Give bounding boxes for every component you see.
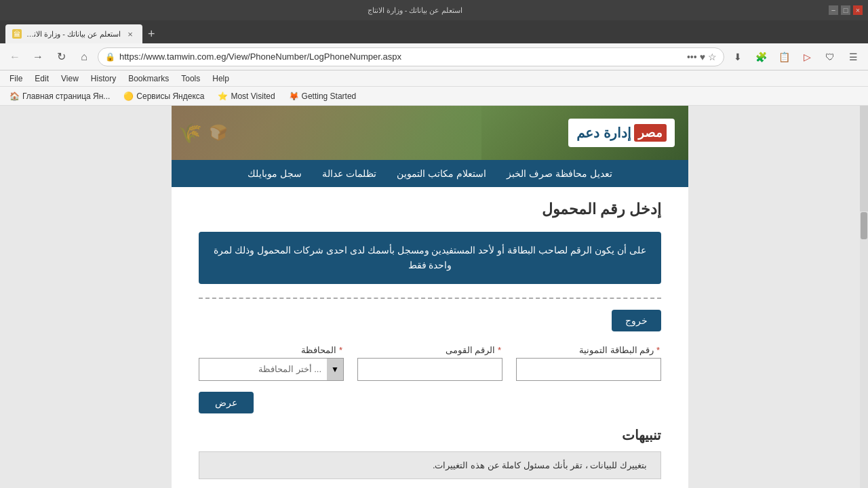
site-navigation: سجل موبايلك تظلمات عدالة استعلام مكاتب ا…	[172, 160, 688, 187]
back-button[interactable]: ←	[5, 47, 24, 66]
address-bar-container: 🔒 ••• ♥ ☆	[98, 47, 724, 66]
tab-bar: 🏛 استعلم عن بياناتك - وزارة الانتاج × +	[0, 20, 868, 43]
warnings-section: تنبيهات بتغييرك للبيانات ، تقر بأنك مسئو…	[199, 413, 661, 479]
gov-required-star: *	[339, 345, 342, 355]
governorate-select-wrapper: ▼ ... أختر المحافظة	[199, 358, 344, 381]
national-id-group: * الرقم القومى	[357, 345, 502, 381]
governorate-group: * المحافظة ▼ ... أختر المحافظة	[199, 345, 344, 381]
site-header: 🌾 🍞 إدارة دعم مصر سجل موبايلك تظلمات عدا…	[172, 106, 688, 187]
card-required-star: *	[656, 345, 660, 355]
menu-edit[interactable]: Edit	[29, 73, 54, 85]
tab-favicon: 🏛	[12, 29, 22, 39]
synced-tabs-button[interactable]: 📋	[774, 47, 793, 66]
nav-right-controls: ⬇ 🧩 📋 ▷ 🛡 ☰	[728, 47, 863, 66]
logo-text: إدارة دعم	[576, 125, 631, 141]
nav-complaints[interactable]: تظلمات عدالة	[322, 168, 376, 179]
scrollbar-thumb[interactable]	[861, 212, 867, 239]
menu-bookmarks[interactable]: Bookmarks	[123, 73, 174, 85]
window-controls: − □ ×	[829, 5, 863, 15]
home-button[interactable]: ⌂	[75, 47, 94, 66]
webpage-content: 🌾 🍞 إدارة دعم مصر سجل موبايلك تظلمات عدا…	[0, 106, 860, 488]
site-logo: إدارة دعم مصر	[568, 119, 675, 147]
downloads-button[interactable]: ⬇	[728, 47, 747, 66]
new-tab-button[interactable]: +	[142, 24, 161, 43]
more-options-button[interactable]: •••	[687, 52, 697, 62]
menu-help[interactable]: Help	[207, 73, 235, 85]
card-number-label: * رقم البطاقة التمونية	[516, 345, 661, 355]
bookmark-button[interactable]: ☆	[708, 52, 717, 62]
menu-button[interactable]: ☰	[844, 47, 863, 66]
governorate-label: * المحافظة	[199, 345, 344, 355]
logo-red-box: مصر	[634, 124, 667, 142]
extensions-button[interactable]: 🧩	[751, 47, 770, 66]
address-bar-input[interactable]	[119, 52, 683, 62]
title-bar: استعلم عن بياناتك - وزارة الانتاج − □ ×	[0, 0, 868, 20]
reload-button[interactable]: ↻	[52, 47, 71, 66]
bookmark-getting-started[interactable]: 🦊 Getting Started	[285, 90, 361, 102]
national-id-label: * الرقم القومى	[357, 345, 502, 355]
reader-mode-button[interactable]: ♥	[700, 52, 705, 62]
nav-update-governorate[interactable]: تعديل محافظة صرف الخبز	[507, 168, 612, 179]
menu-history[interactable]: History	[85, 73, 121, 85]
nav-inquiry[interactable]: استعلام مكاتب التموين	[397, 168, 486, 179]
shield-button[interactable]: 🛡	[821, 47, 840, 66]
form-row: * رقم البطاقة التمونية * الرقم القومى	[199, 345, 661, 381]
bookmark-most-visited[interactable]: ⭐ Most Visited	[214, 90, 279, 102]
menu-file[interactable]: File	[4, 73, 28, 85]
active-tab[interactable]: 🏛 استعلم عن بياناتك - وزارة الانتاج ×	[5, 24, 142, 43]
form-section: خروج * رقم البطاقة التمونية *	[199, 310, 661, 381]
main-content: إدخل رقم المحمول على أن يكون الرقم لصاحب…	[172, 187, 688, 488]
national-id-input[interactable]	[357, 358, 502, 381]
nav-register-mobile[interactable]: سجل موبايلك	[248, 168, 302, 179]
forward-button[interactable]: →	[28, 47, 47, 66]
page-title: إدخل رقم المحمول	[199, 201, 661, 218]
bookmark-yandex-services[interactable]: 🟡 Сервисы Яндекса	[119, 90, 208, 102]
tab-title: استعلم عن بياناتك - وزارة الانتاج	[5, 6, 825, 15]
submit-button[interactable]: عرض	[199, 392, 254, 413]
menu-view[interactable]: View	[56, 73, 84, 85]
divider	[199, 298, 661, 299]
bookmarks-bar: 🏠 Главная страница Ян... 🟡 Сервисы Яндек…	[0, 87, 868, 106]
pocket-button[interactable]: ▷	[797, 47, 816, 66]
card-number-input[interactable]	[516, 358, 661, 381]
tab-label: استعلم عن بياناتك - وزارة الانتاج	[26, 30, 121, 39]
exit-button[interactable]: خروج	[612, 310, 661, 331]
warning-text: بتغييرك للبيانات ، تقر بأنك مسئول كاملة …	[199, 451, 661, 479]
tab-close-button[interactable]: ×	[125, 28, 136, 39]
close-button[interactable]: ×	[853, 5, 863, 15]
minimize-button[interactable]: −	[829, 5, 838, 15]
national-id-required-star: *	[498, 345, 501, 355]
card-number-group: * رقم البطاقة التمونية	[516, 345, 661, 381]
info-box: على أن يكون الرقم لصاحب البطاقة أو لأحد …	[199, 232, 661, 284]
header-banner: 🌾 🍞 إدارة دعم مصر	[172, 106, 688, 160]
governorate-dropdown-arrow[interactable]: ▼	[327, 359, 343, 380]
warnings-title: تنبيهات	[199, 427, 661, 443]
lock-icon: 🔒	[105, 52, 115, 62]
bookmark-yandex-home[interactable]: 🏠 Главная страница Ян...	[5, 90, 114, 102]
menu-bar: File Edit View History Bookmarks Tools H…	[0, 70, 868, 87]
menu-tools[interactable]: Tools	[176, 73, 205, 85]
governorate-selected-value[interactable]: ... أختر المحافظة	[199, 360, 327, 378]
address-bar-actions: ••• ♥ ☆	[687, 52, 717, 62]
scrollbar[interactable]	[860, 211, 868, 488]
maximize-button[interactable]: □	[841, 5, 850, 15]
navigation-bar: ← → ↻ ⌂ 🔒 ••• ♥ ☆ ⬇ 🧩 📋 ▷ 🛡 ☰	[0, 43, 868, 70]
